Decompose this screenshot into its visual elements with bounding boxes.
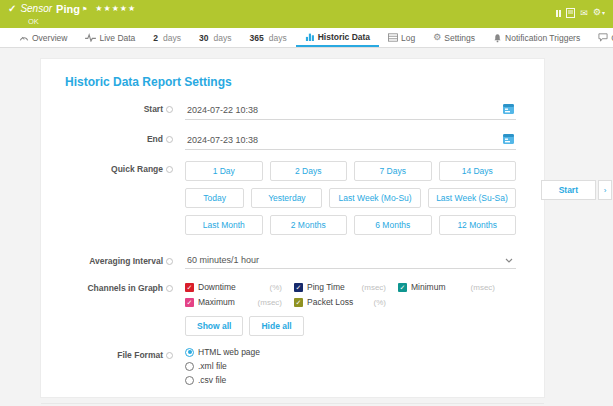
quick-range-last-month[interactable]: Last Month [185, 215, 263, 235]
quick-range-row: Quick Range 1 Day 2 Days 7 Days 14 Days … [65, 161, 516, 242]
settings-card: Historic Data Report Settings Start 2024… [40, 58, 545, 398]
averaging-interval-label: Averaging Interval [89, 256, 163, 266]
start-input[interactable]: 2024-07-22 10:38 [185, 101, 516, 120]
info-icon[interactable] [166, 285, 173, 292]
quick-range-last-week-su-sa[interactable]: Last Week (Su-Sa) [428, 188, 516, 208]
gear-icon: ⚙ [433, 33, 441, 42]
quick-range-2-months[interactable]: 2 Months [270, 215, 348, 235]
start-report-button[interactable]: Start [541, 180, 596, 200]
end-label: End [147, 134, 163, 144]
quick-range-today[interactable]: Today [185, 188, 244, 208]
channels-label: Channels in Graph [87, 283, 163, 293]
tab-notification-triggers[interactable]: Notification Triggers [484, 28, 589, 47]
tab-365-days[interactable]: 365days [241, 28, 296, 47]
channel-unit: (msec) [362, 283, 386, 292]
start-action-group: Start › [541, 180, 612, 200]
channel-unit: (%) [270, 283, 282, 292]
sensor-kind-label: Sensor [20, 3, 52, 15]
info-icon[interactable] [166, 258, 173, 265]
page-title: Historic Data Report Settings [65, 75, 516, 89]
caret-down-icon: ▾ [602, 10, 605, 16]
chevron-down-icon [505, 255, 514, 265]
quick-range-last-week-mo-su[interactable]: Last Week (Mo-Su) [329, 188, 421, 208]
hide-all-button[interactable]: Hide all [249, 316, 303, 336]
radio-unselected[interactable] [185, 362, 194, 371]
sensor-header: ✓ Sensor Ping ⚑ ★★★★★ OK ✉ ⚙▾ [0, 0, 613, 28]
tab-comments[interactable]: Comments [589, 28, 613, 47]
channel-checkbox[interactable]: ✓ [185, 298, 194, 307]
channel-checkbox[interactable]: ✓ [294, 283, 303, 292]
quick-range-2-days[interactable]: 2 Days [270, 161, 348, 181]
quick-range-7-days[interactable]: 7 Days [354, 161, 432, 181]
quick-range-yesterday[interactable]: Yesterday [251, 188, 322, 208]
report-icon[interactable] [566, 4, 575, 22]
tab-bar: Overview Live Data 2days 30days 365days … [0, 28, 613, 48]
show-all-button[interactable]: Show all [185, 316, 243, 336]
pulse-icon [85, 33, 96, 42]
channel-checkbox[interactable]: ✓ [294, 298, 303, 307]
file-format-label: File Format [117, 350, 163, 360]
channel-ping-time: ✓ Ping Time (msec) [294, 282, 386, 292]
tab-overview[interactable]: Overview [10, 28, 76, 47]
channel-unit: (msec) [471, 283, 495, 292]
calendar-icon[interactable] [503, 103, 514, 116]
quick-range-6-months[interactable]: 6 Months [354, 215, 432, 235]
prtg-window: ✓ Sensor Ping ⚑ ★★★★★ OK ✉ ⚙▾ Overview L… [0, 0, 613, 406]
quick-range-12-months[interactable]: 12 Months [439, 215, 517, 235]
tab-log[interactable]: Log [379, 28, 424, 47]
channel-checkbox[interactable]: ✓ [185, 283, 194, 292]
quick-range-label: Quick Range [111, 164, 163, 174]
averaging-interval-row: Averaging Interval 60 minutes/1 hour [65, 253, 516, 269]
channel-unit: (msec) [258, 298, 282, 307]
channel-downtime: ✓ Downtime (%) [185, 282, 282, 292]
channel-checkbox[interactable]: ✓ [398, 283, 407, 292]
table-icon [388, 33, 398, 42]
file-format-csv[interactable]: .csv file [185, 375, 516, 385]
priority-flag-icon: ⚑ [82, 3, 87, 15]
radio-selected[interactable] [185, 348, 194, 357]
status-check-icon: ✓ [8, 3, 16, 15]
info-icon[interactable] [166, 136, 173, 143]
channel-minimum: ✓ Minimum (msec) [398, 282, 495, 292]
file-format-row: File Format HTML web page .xml file .csv… [65, 347, 516, 389]
channel-unit: (%) [374, 298, 386, 307]
info-icon[interactable] [166, 166, 173, 173]
tab-historic-data[interactable]: Historic Data [296, 28, 379, 47]
channels-row: Channels in Graph ✓ Downtime (%) ✓ Ping … [65, 280, 516, 336]
pause-icon[interactable] [556, 10, 562, 17]
main-content: Historic Data Report Settings Start 2024… [0, 48, 613, 406]
email-icon[interactable]: ✉ [580, 9, 588, 18]
tab-30-days[interactable]: 30days [190, 28, 240, 47]
start-label: Start [144, 104, 163, 114]
channel-packet-loss: ✓ Packet Loss (%) [294, 297, 386, 307]
gauge-icon [19, 33, 29, 42]
start-row: Start 2024-07-22 10:38 [65, 101, 516, 120]
tab-live-data[interactable]: Live Data [76, 28, 144, 47]
radio-unselected[interactable] [185, 376, 194, 385]
chevron-right-icon[interactable]: › [598, 180, 612, 200]
priority-stars[interactable]: ★★★★★ [95, 3, 136, 15]
averaging-interval-select[interactable]: 60 minutes/1 hour [185, 253, 516, 269]
quick-range-14-days[interactable]: 14 Days [439, 161, 517, 181]
tab-2-days[interactable]: 2days [144, 28, 190, 47]
info-icon[interactable] [166, 352, 173, 359]
calendar-icon[interactable] [503, 133, 514, 146]
end-input[interactable]: 2024-07-23 10:38 [185, 131, 516, 150]
channel-maximum: ✓ Maximum (msec) [185, 297, 282, 307]
end-row: End 2024-07-23 10:38 [65, 131, 516, 150]
bell-icon [493, 33, 502, 43]
info-icon[interactable] [166, 106, 173, 113]
tab-settings[interactable]: ⚙ Settings [424, 28, 484, 47]
bar-chart-icon [305, 32, 315, 41]
file-format-html[interactable]: HTML web page [185, 347, 516, 357]
sensor-status-badge: OK [28, 17, 605, 26]
comment-icon [598, 33, 608, 42]
section-divider [41, 403, 544, 404]
settings-menu-icon[interactable]: ⚙▾ [593, 8, 605, 18]
quick-range-1-day[interactable]: 1 Day [185, 161, 263, 181]
sensor-name: Ping [56, 3, 80, 15]
file-format-xml[interactable]: .xml file [185, 361, 516, 371]
